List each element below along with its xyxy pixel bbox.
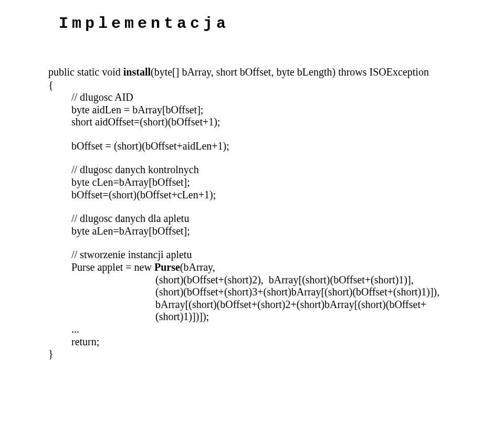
code-line: Purse applet = new Purse(bArray, xyxy=(71,261,472,274)
document-page: Implementacja public static void install… xyxy=(0,0,504,435)
comment: // stworzenie instancji apletu xyxy=(71,249,472,261)
code-line: bOffset = (short)(bOffset+aidLen+1); xyxy=(71,140,472,153)
class-name: Purse xyxy=(154,261,180,273)
blank-line xyxy=(71,237,472,249)
sig-prefix: public static void xyxy=(48,66,123,78)
method-body: // dlugosc AID byte aidLen = bArray[bOff… xyxy=(71,91,472,348)
code-line: short aidOffset=(short)(bOffset+1); xyxy=(71,116,472,129)
code-line: byte cLen=bArray[bOffset]; xyxy=(71,176,472,189)
arguments-block: (short)(bOffset+(short)2), bArray[(short… xyxy=(155,274,472,323)
comment: // dlugosc danych dla apletu xyxy=(71,213,472,225)
sig-params: (byte[] bArray, short bOffset, byte bLen… xyxy=(151,66,429,78)
ellipsis: ... xyxy=(71,323,472,336)
code-text: (bArray, xyxy=(180,261,215,273)
blank-line xyxy=(71,201,472,213)
return-statement: return; xyxy=(71,336,472,348)
code-line: byte aidLen = bArray[bOffset]; xyxy=(71,104,472,116)
comment: // dlugosc danych kontrolnych xyxy=(71,164,472,176)
method-name: install xyxy=(123,66,151,78)
code-line: (short)(bOffset+(short)2), bArray[(short… xyxy=(155,274,472,287)
comment: // dlugosc AID xyxy=(71,91,472,104)
code-text: Purse applet = new xyxy=(71,261,154,273)
code-line: bOffset=(short)(bOffset+cLen+1); xyxy=(71,189,472,201)
open-brace: { xyxy=(48,79,472,91)
blank-line xyxy=(71,129,472,140)
code-line: bArray[(short)(bOffset+(short)2+(short)b… xyxy=(155,299,472,323)
code-line: (short)(bOffset+(short)3+(short)bArray[(… xyxy=(155,286,472,299)
close-brace: } xyxy=(48,348,472,360)
code-line: byte aLen=bArray[bOffset]; xyxy=(71,225,472,238)
blank-line xyxy=(71,152,472,164)
page-title: Implementacja xyxy=(59,15,472,33)
method-signature: public static void install(byte[] bArray… xyxy=(48,66,472,78)
